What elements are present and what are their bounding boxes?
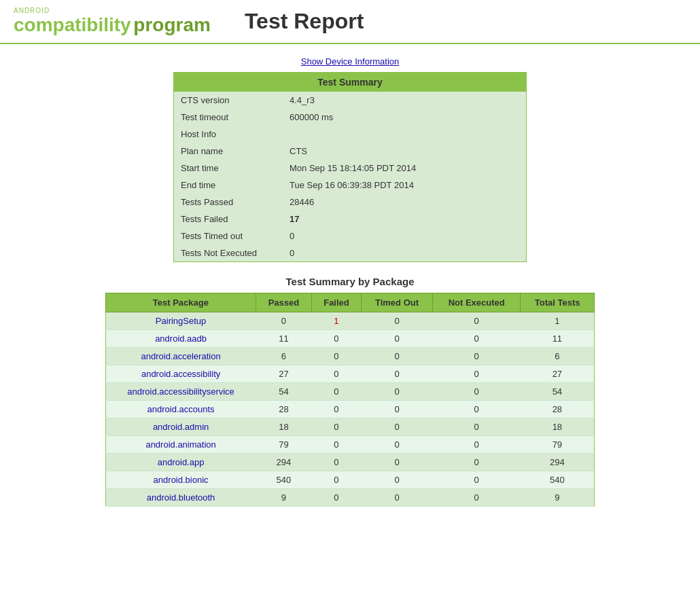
show-device-info-link[interactable]: Show Device Information [301, 56, 400, 67]
pkg-name: android.bluetooth [106, 489, 256, 507]
pkg-failed: 0 [312, 489, 362, 507]
pkg-row: android.animation7900079 [106, 436, 595, 454]
summary-value: 4.4_r3 [283, 92, 526, 109]
summary-row: Tests Timed out0 [174, 228, 526, 245]
summary-row: Start timeMon Sep 15 18:14:05 PDT 2014 [174, 160, 526, 177]
logo-area: ANDROID compatibility program [14, 7, 211, 36]
pkg-row: android.accessibility2700027 [106, 365, 595, 383]
summary-label: Start time [174, 160, 283, 177]
pkg-timed_out: 0 [361, 312, 432, 330]
pkg-total: 9 [521, 489, 595, 507]
pkg-col-header: Failed [312, 293, 362, 312]
summary-value: CTS [283, 143, 526, 160]
pkg-failed: 0 [312, 436, 362, 454]
pkg-name: android.aadb [106, 330, 256, 348]
logo-compat-text: compatibility [14, 14, 131, 35]
pkg-link[interactable]: android.aadb [155, 333, 207, 344]
pkg-failed: 0 [312, 401, 362, 418]
show-device-info-section: Show Device Information [14, 56, 686, 67]
pkg-name: android.accessibility [106, 365, 256, 383]
pkg-passed: 79 [256, 436, 311, 454]
pkg-link[interactable]: android.animation [145, 439, 215, 450]
pkg-total: 540 [521, 471, 595, 489]
pkg-failed: 0 [312, 454, 362, 471]
pkg-timed_out: 0 [361, 383, 432, 401]
pkg-total: 1 [521, 312, 595, 330]
pkg-passed: 54 [256, 383, 311, 401]
pkg-link[interactable]: android.accessibilityservice [127, 386, 234, 397]
pkg-link[interactable]: android.bluetooth [147, 492, 215, 503]
pkg-passed: 18 [256, 418, 311, 436]
pkg-name: android.animation [106, 436, 256, 454]
pkg-passed: 540 [256, 471, 311, 489]
summary-label: Host Info [174, 126, 283, 143]
pkg-failed: 0 [312, 383, 362, 401]
pkg-link[interactable]: android.accessibility [141, 369, 220, 379]
pkg-row: PairingSetup01001 [106, 312, 595, 330]
summary-label: Tests Failed [174, 211, 283, 228]
pkg-total: 18 [521, 418, 595, 436]
summary-value: 0 [283, 245, 526, 261]
pkg-summary-title: Test Summary by Package [14, 276, 686, 287]
pkg-total: 79 [521, 436, 595, 454]
pkg-timed_out: 0 [361, 418, 432, 436]
pkg-not_executed: 0 [433, 365, 521, 383]
pkg-timed_out: 0 [361, 454, 432, 471]
pkg-col-header: Not Executed [433, 293, 521, 312]
pkg-col-header: Test Package [106, 293, 256, 312]
pkg-not_executed: 0 [433, 471, 521, 489]
pkg-failed: 0 [312, 471, 362, 489]
pkg-link[interactable]: android.acceleration [141, 351, 221, 361]
summary-row: CTS version4.4_r3 [174, 92, 526, 109]
pkg-failed: 0 [312, 418, 362, 436]
pkg-failed: 0 [312, 330, 362, 348]
pkg-not_executed: 0 [433, 401, 521, 418]
content: Show Device Information Test Summary CTS… [0, 44, 700, 513]
pkg-not_executed: 0 [433, 348, 521, 365]
summary-value: 28446 [283, 194, 526, 211]
pkg-link[interactable]: android.bionic [154, 475, 209, 485]
pkg-link[interactable]: android.admin [153, 422, 209, 432]
summary-row: Plan nameCTS [174, 143, 526, 160]
pkg-total: 294 [521, 454, 595, 471]
pkg-not_executed: 0 [433, 312, 521, 330]
pkg-name: android.acceleration [106, 348, 256, 365]
pkg-timed_out: 0 [361, 436, 432, 454]
pkg-timed_out: 0 [361, 489, 432, 507]
summary-value: Tue Sep 16 06:39:38 PDT 2014 [283, 177, 526, 194]
pkg-name: android.accessibilityservice [106, 383, 256, 401]
pkg-failed: 0 [312, 365, 362, 383]
summary-value: 0 [283, 228, 526, 245]
pkg-link[interactable]: android.accounts [147, 404, 215, 414]
pkg-row: android.bluetooth90009 [106, 489, 595, 507]
summary-row: Tests Failed17 [174, 211, 526, 228]
summary-label: CTS version [174, 92, 283, 109]
pkg-timed_out: 0 [361, 348, 432, 365]
pkg-passed: 11 [256, 330, 311, 348]
summary-value [283, 126, 526, 143]
page-title: Test Report [245, 9, 364, 34]
pkg-passed: 9 [256, 489, 311, 507]
pkg-not_executed: 0 [433, 330, 521, 348]
pkg-col-header: Passed [256, 293, 311, 312]
pkg-row: android.accessibilityservice5400054 [106, 383, 595, 401]
pkg-row: android.accounts2800028 [106, 401, 595, 418]
pkg-passed: 28 [256, 401, 311, 418]
pkg-link[interactable]: PairingSetup [156, 316, 206, 326]
summary-row: End timeTue Sep 16 06:39:38 PDT 2014 [174, 177, 526, 194]
header: ANDROID compatibility program Test Repor… [0, 0, 700, 44]
pkg-timed_out: 0 [361, 471, 432, 489]
summary-label: End time [174, 177, 283, 194]
pkg-timed_out: 0 [361, 365, 432, 383]
pkg-not_executed: 0 [433, 454, 521, 471]
pkg-total: 6 [521, 348, 595, 365]
pkg-name: android.bionic [106, 471, 256, 489]
summary-label: Test timeout [174, 109, 283, 126]
pkg-not_executed: 0 [433, 383, 521, 401]
pkg-row: android.admin1800018 [106, 418, 595, 436]
pkg-col-header: Timed Out [361, 293, 432, 312]
pkg-link[interactable]: android.app [158, 457, 205, 467]
pkg-name: android.app [106, 454, 256, 471]
pkg-failed: 1 [312, 312, 362, 330]
pkg-failed: 0 [312, 348, 362, 365]
